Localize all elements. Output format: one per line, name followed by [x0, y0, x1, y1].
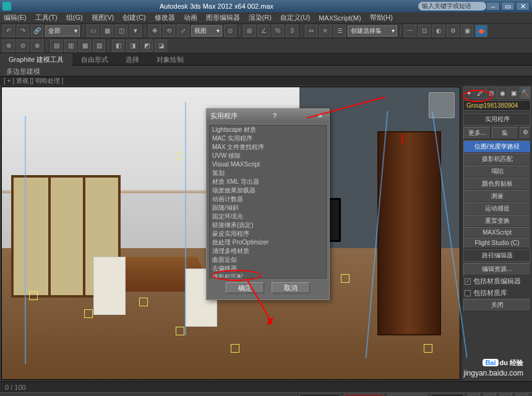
- tool-h[interactable]: ◧: [112, 40, 124, 52]
- autokey-button[interactable]: 自动关键点: [344, 394, 384, 397]
- list-item[interactable]: 清理多维材质: [210, 247, 326, 256]
- pivot-button[interactable]: ⊙: [224, 25, 236, 37]
- tool-k[interactable]: ◪: [155, 40, 167, 52]
- nav-zoom-button[interactable]: 🔍: [516, 394, 528, 397]
- tab-modify[interactable]: 🖉: [474, 87, 485, 99]
- util-bitmap-path[interactable]: 位图/光度学路径: [463, 140, 531, 153]
- nav-orbit-button[interactable]: ⟲: [500, 394, 512, 397]
- util-flightstudio[interactable]: Flight Studio (C): [463, 238, 531, 248]
- filter-button[interactable]: ▼: [129, 25, 142, 37]
- menu-customize[interactable]: 自定义(U): [280, 13, 310, 22]
- tool-j[interactable]: ◩: [140, 40, 153, 52]
- spinner-snap-button[interactable]: 3: [286, 25, 298, 37]
- nav-pan-button[interactable]: ✥: [484, 394, 496, 397]
- list-item[interactable]: 去偏移器: [210, 264, 326, 273]
- dialog-titlebar[interactable]: 实用程序 ? ✕: [207, 109, 329, 123]
- menu-modifiers[interactable]: 修改器: [155, 13, 175, 22]
- rotate-button[interactable]: ⟲: [163, 25, 175, 37]
- viewcube[interactable]: [429, 92, 455, 118]
- menu-animation[interactable]: 动画: [184, 13, 197, 22]
- util-color-clipboard[interactable]: 颜色剪贴板: [463, 178, 531, 190]
- menu-grapheditors[interactable]: 图形编辑器: [206, 13, 240, 22]
- maximize-button[interactable]: ▭: [501, 2, 515, 11]
- tool-f[interactable]: ▦: [79, 40, 91, 52]
- list-item[interactable]: MAX 文件查找程序: [210, 143, 326, 152]
- list-item[interactable]: 蒙皮实用程序: [210, 230, 326, 238]
- setkey-button[interactable]: 设置关键点: [387, 394, 427, 397]
- sets-button[interactable]: 集: [492, 127, 519, 139]
- list-item[interactable]: 策划: [210, 169, 326, 178]
- minimize-button[interactable]: –: [486, 2, 500, 11]
- list-item[interactable]: 材质 XML 导出器: [210, 178, 326, 186]
- menu-edit[interactable]: 编辑(E): [4, 13, 27, 22]
- time-slider[interactable]: 0 / 100: [0, 381, 532, 392]
- scale-button[interactable]: ⤢: [177, 25, 189, 37]
- help-search-input[interactable]: 输入关键字或短语: [418, 2, 486, 11]
- list-item[interactable]: 批处理 ProOptimizer: [210, 238, 326, 247]
- list-item[interactable]: MAC 实用程序: [210, 134, 326, 143]
- list-item[interactable]: 摄影机匹配: [210, 273, 326, 278]
- menu-group[interactable]: 组(G): [66, 13, 83, 22]
- tab-create[interactable]: ✦: [463, 87, 474, 99]
- check-include-matlib[interactable]: 包括材质库: [463, 287, 531, 299]
- align-button[interactable]: ≡: [319, 25, 332, 37]
- tool-a[interactable]: ⊕: [2, 40, 15, 52]
- list-item[interactable]: 跟随/倾斜: [210, 204, 326, 212]
- select-name-button[interactable]: ▦: [101, 25, 113, 37]
- tool-g[interactable]: ▧: [93, 40, 105, 52]
- tab-display[interactable]: ▣: [508, 87, 519, 99]
- tab-hierarchy[interactable]: ⊞: [486, 87, 497, 99]
- dialog-close-button[interactable]: ✕: [314, 112, 325, 120]
- tool-c[interactable]: ⊗: [31, 40, 43, 52]
- tool-e[interactable]: ▥: [64, 40, 77, 52]
- list-item[interactable]: 曲面近似: [210, 256, 326, 264]
- material-editor-button[interactable]: ◐: [432, 25, 445, 37]
- redo-button[interactable]: ↷: [17, 25, 29, 37]
- list-item[interactable]: Lightscape 材质: [210, 126, 326, 134]
- ribbon-tab-freeform[interactable]: 自由形式: [72, 53, 117, 66]
- util-camera-match[interactable]: 摄影机匹配: [463, 153, 531, 165]
- util-collapse[interactable]: 塌陷: [463, 165, 531, 178]
- list-item[interactable]: 链接继承(选定): [210, 221, 326, 230]
- close-rollout-button[interactable]: 关闭: [463, 299, 531, 311]
- move-button[interactable]: ✥: [148, 25, 161, 37]
- schematic-button[interactable]: ⊡: [418, 25, 431, 37]
- layers-button[interactable]: ☰: [333, 25, 346, 37]
- tool-i[interactable]: ◨: [126, 40, 139, 52]
- rollout-utilities[interactable]: 实用程序: [463, 113, 531, 126]
- list-item[interactable]: Visual MAXScript: [210, 160, 326, 169]
- play-button[interactable]: ▶: [468, 394, 480, 397]
- list-item[interactable]: UVW 移除: [210, 152, 326, 160]
- ribbon-tab-selection[interactable]: 选择: [117, 53, 148, 66]
- render-setup-button[interactable]: ⚙: [447, 25, 459, 37]
- utilities-listbox[interactable]: Lightscape 材质MAC 实用程序MAX 文件查找程序UVW 移除Vis…: [209, 125, 327, 278]
- angle-snap-button[interactable]: ∠: [257, 25, 270, 37]
- edit-resources-button[interactable]: 编辑资源...: [463, 263, 531, 275]
- more-button[interactable]: 更多...: [463, 127, 491, 139]
- util-mocap[interactable]: 运动捕捉: [463, 202, 531, 215]
- select-region-button[interactable]: ◫: [115, 25, 127, 37]
- tool-b[interactable]: ⊖: [17, 40, 29, 52]
- menu-maxscript[interactable]: MAXScript(M): [319, 14, 361, 22]
- mirror-button[interactable]: ⇔: [305, 25, 317, 37]
- refcoord-dropdown[interactable]: 视图: [191, 25, 222, 37]
- selection-scope-dropdown[interactable]: 全部: [45, 25, 80, 37]
- menu-create[interactable]: 创建(C): [122, 13, 145, 22]
- util-measure[interactable]: 测量: [463, 190, 531, 202]
- rollout-patheditor[interactable]: 路径编辑器: [463, 249, 531, 262]
- ribbon-tab-objectpaint[interactable]: 对象绘制: [148, 53, 192, 66]
- link-button[interactable]: 🔗: [31, 25, 43, 37]
- named-selset-dropdown[interactable]: 创建选择集: [348, 25, 397, 37]
- curve-editor-button[interactable]: 〰: [404, 25, 416, 37]
- dialog-cancel-button[interactable]: 取消: [272, 282, 310, 293]
- menu-tools[interactable]: 工具(T): [35, 13, 58, 22]
- ribbon-tab-modeling[interactable]: Graphite 建模工具: [0, 53, 72, 66]
- menu-help[interactable]: 帮助(H): [370, 13, 393, 22]
- keymode-field[interactable]: 选定对象: [431, 394, 464, 396]
- tab-motion[interactable]: ◉: [497, 87, 508, 99]
- percent-snap-button[interactable]: %: [272, 25, 284, 37]
- viewport-label[interactable]: [ + ] 透视 [] 明暗处理 ]: [0, 77, 532, 85]
- util-maxscript[interactable]: MAXScript: [463, 227, 531, 238]
- tab-utilities[interactable]: 🔨: [520, 87, 531, 99]
- undo-button[interactable]: ↶: [2, 25, 15, 37]
